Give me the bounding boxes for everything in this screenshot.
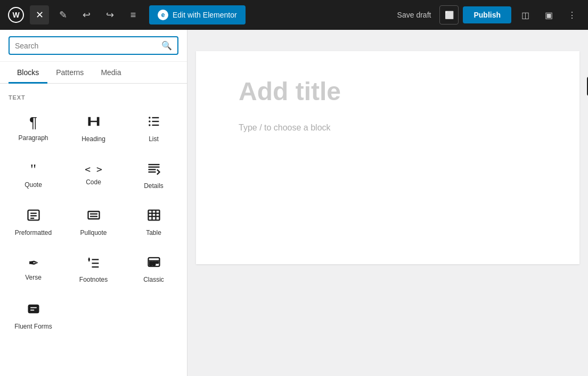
panel-icon: ◫ <box>521 10 529 20</box>
block-classic[interactable]: Classic <box>125 246 183 290</box>
block-fluent-forms-label: Fluent Forms <box>14 323 52 330</box>
block-details[interactable]: Details <box>125 152 183 197</box>
pencil-icon-button[interactable]: ✎ <box>53 5 72 24</box>
editor-canvas: Add title Type / to choose a block + <box>196 51 579 264</box>
footnotes-icon <box>86 255 101 272</box>
block-paragraph-label: Paragraph <box>18 134 48 142</box>
list-icon: ≡ <box>130 10 136 21</box>
block-code-label: Code <box>86 178 101 186</box>
fluent-forms-icon <box>26 301 41 318</box>
svg-rect-19 <box>148 210 159 220</box>
more-icon: ⋮ <box>568 10 576 20</box>
block-fluent-forms[interactable]: Fluent Forms <box>4 292 62 337</box>
elementor-icon: e <box>158 10 168 20</box>
block-pullquote[interactable]: Pullquote <box>64 199 123 243</box>
block-verse[interactable]: ✒ Verse <box>4 246 62 290</box>
main-layout: 🔍 Blocks Patterns Media TEXT ¶ Paragraph <box>0 30 588 376</box>
svg-rect-16 <box>88 211 99 219</box>
block-table[interactable]: Table <box>125 199 183 243</box>
toolbar-right-group: Save draft ⬜ Publish ◫ ▣ ⋮ <box>393 5 582 24</box>
preformatted-icon <box>26 208 41 225</box>
tab-bar: Blocks Patterns Media <box>0 62 187 84</box>
block-pullquote-label: Pullquote <box>80 229 107 236</box>
code-icon: < > <box>85 165 102 174</box>
svg-rect-36 <box>28 305 39 313</box>
preview-button[interactable]: ⬜ <box>439 5 459 24</box>
svg-rect-31 <box>149 262 152 263</box>
block-table-label: Table <box>146 229 161 236</box>
svg-rect-33 <box>156 262 158 263</box>
svg-rect-34 <box>149 264 152 265</box>
pullquote-icon <box>86 208 101 225</box>
block-list[interactable]: List <box>125 105 183 150</box>
tab-media[interactable]: Media <box>92 62 129 84</box>
block-heading-label: Heading <box>81 135 105 143</box>
svg-rect-35 <box>152 264 155 265</box>
pencil-icon: ✎ <box>59 9 67 21</box>
undo-button[interactable]: ↩ <box>77 5 96 24</box>
search-input[interactable] <box>15 42 157 50</box>
classic-icon <box>146 255 161 272</box>
layout-icon: ▣ <box>545 10 553 20</box>
block-footnotes[interactable]: Footnotes <box>64 246 123 290</box>
tab-blocks[interactable]: Blocks <box>9 62 47 84</box>
wp-logo[interactable]: W <box>6 5 26 24</box>
quote-icon: " <box>30 162 36 177</box>
preview-icon: ⬜ <box>445 11 454 19</box>
block-preformatted-label: Preformatted <box>15 229 52 236</box>
edit-with-elementor-label: Edit with Elementor <box>173 11 237 19</box>
block-footnotes-label: Footnotes <box>79 276 108 283</box>
block-code[interactable]: < > Code <box>64 152 123 197</box>
block-paragraph[interactable]: ¶ Paragraph <box>4 105 62 150</box>
publish-button[interactable]: Publish <box>463 6 511 23</box>
svg-text:W: W <box>12 11 20 19</box>
details-icon <box>146 161 161 178</box>
save-draft-button[interactable]: Save draft <box>393 6 436 23</box>
block-quote[interactable]: " Quote <box>4 152 62 197</box>
block-details-label: Details <box>144 182 164 190</box>
layout-toggle[interactable]: ▣ <box>539 5 558 24</box>
block-verse-label: Verse <box>25 274 42 281</box>
section-text-label: TEXT <box>0 88 187 105</box>
svg-rect-32 <box>152 262 155 263</box>
post-panel-toggle[interactable]: ◫ <box>516 5 535 24</box>
redo-icon: ↪ <box>106 9 114 21</box>
block-preformatted[interactable]: Preformatted <box>4 199 62 243</box>
blocks-content: TEXT ¶ Paragraph Heading <box>0 84 187 376</box>
block-heading[interactable]: Heading <box>64 105 123 150</box>
table-icon <box>146 208 161 225</box>
block-quote-label: Quote <box>24 181 42 189</box>
block-list-label: List <box>149 135 159 143</box>
post-title-placeholder[interactable]: Add title <box>239 77 537 106</box>
sidebar: 🔍 Blocks Patterns Media TEXT ¶ Paragraph <box>0 30 187 376</box>
document-overview-button[interactable]: ≡ <box>124 5 143 24</box>
search-box: 🔍 <box>9 36 178 55</box>
editor-area: Add title Type / to choose a block + <box>187 30 588 376</box>
list-block-icon <box>146 114 161 131</box>
more-options-button[interactable]: ⋮ <box>562 5 582 24</box>
redo-button[interactable]: ↪ <box>100 5 119 24</box>
search-area: 🔍 <box>0 30 187 62</box>
close-button[interactable]: ✕ <box>30 5 49 24</box>
verse-icon: ✒ <box>28 257 39 269</box>
block-placeholder[interactable]: Type / to choose a block <box>239 119 537 137</box>
search-icon: 🔍 <box>161 40 172 51</box>
undo-icon: ↩ <box>83 9 91 21</box>
block-classic-label: Classic <box>143 276 164 283</box>
blocks-grid: ¶ Paragraph Heading <box>0 105 187 337</box>
main-toolbar: W ✕ ✎ ↩ ↪ ≡ e Edit with Elementor Save d… <box>0 0 588 30</box>
tab-patterns[interactable]: Patterns <box>47 62 92 84</box>
heading-icon <box>86 114 101 131</box>
edit-with-elementor-button[interactable]: e Edit with Elementor <box>149 5 246 24</box>
paragraph-icon: ¶ <box>29 115 37 130</box>
